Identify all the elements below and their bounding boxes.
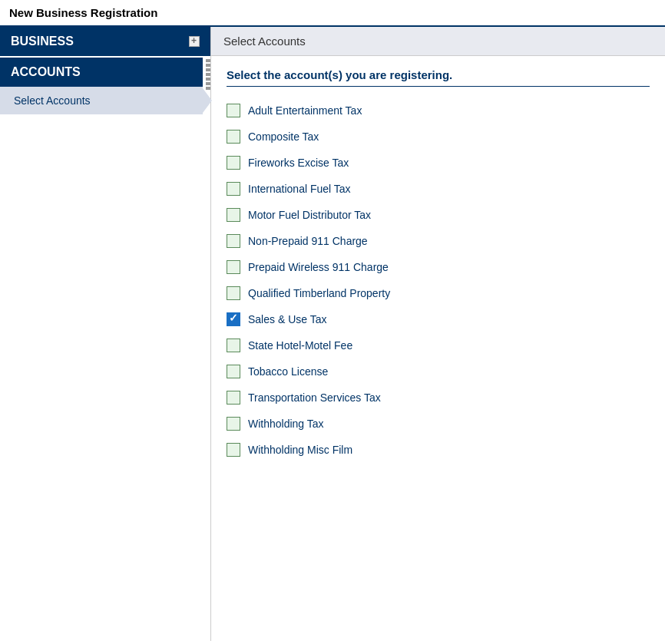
sidebar-accounts-label: ACCOUNTS xyxy=(11,65,81,79)
account-text-sales_use: Sales & Use Tax xyxy=(248,313,326,325)
account-checkbox-transportation[interactable] xyxy=(227,391,240,405)
account-checkbox-withholding[interactable] xyxy=(227,417,240,431)
account-text-adult: Adult Entertainment Tax xyxy=(248,104,362,117)
list-item: Sales & Use Tax xyxy=(227,306,650,332)
section-header: Select Accounts xyxy=(211,27,665,56)
list-item: Withholding Misc Film xyxy=(227,437,650,463)
account-label-composite[interactable]: Composite Tax xyxy=(227,130,319,144)
account-label-international_fuel[interactable]: International Fuel Tax xyxy=(227,182,351,196)
account-checkbox-motor_fuel[interactable] xyxy=(227,208,240,222)
list-item: Non-Prepaid 911 Charge xyxy=(227,228,650,254)
account-text-non_prepaid: Non-Prepaid 911 Charge xyxy=(248,235,368,247)
account-label-prepaid_wireless[interactable]: Prepaid Wireless 911 Charge xyxy=(227,260,389,274)
account-text-qualified_timberland: Qualified Timberland Property xyxy=(248,287,390,299)
account-text-international_fuel: International Fuel Tax xyxy=(248,183,351,195)
sidebar-divider xyxy=(206,59,210,90)
account-checkbox-prepaid_wireless[interactable] xyxy=(227,260,240,274)
account-text-state_hotel: State Hotel-Motel Fee xyxy=(248,339,352,352)
account-text-withholding_misc: Withholding Misc Film xyxy=(248,444,352,456)
list-item: Withholding Tax xyxy=(227,411,650,437)
account-label-fireworks[interactable]: Fireworks Excise Tax xyxy=(227,156,349,170)
account-text-composite: Composite Tax xyxy=(248,130,319,143)
list-item: Prepaid Wireless 911 Charge xyxy=(227,254,650,280)
main-content: Select Accounts Select the account(s) yo… xyxy=(211,27,665,641)
account-text-motor_fuel: Motor Fuel Distributor Tax xyxy=(248,209,371,221)
account-checkbox-fireworks[interactable] xyxy=(227,156,240,170)
sidebar: BUSINESS ACCOUNTS Select Accounts xyxy=(0,27,211,641)
account-label-state_hotel[interactable]: State Hotel-Motel Fee xyxy=(227,339,352,352)
sidebar-item-business[interactable]: BUSINESS xyxy=(0,27,210,56)
sidebar-select-accounts-label: Select Accounts xyxy=(14,94,91,107)
account-label-motor_fuel[interactable]: Motor Fuel Distributor Tax xyxy=(227,208,371,222)
account-checkbox-tobacco[interactable] xyxy=(227,365,240,378)
list-item: Composite Tax xyxy=(227,124,650,150)
expand-icon[interactable] xyxy=(189,36,200,47)
page-title: New Business Registration xyxy=(0,0,665,27)
account-text-prepaid_wireless: Prepaid Wireless 911 Charge xyxy=(248,261,389,273)
account-label-qualified_timberland[interactable]: Qualified Timberland Property xyxy=(227,286,390,300)
account-label-tobacco[interactable]: Tobacco License xyxy=(227,365,328,378)
account-checkbox-withholding_misc[interactable] xyxy=(227,443,240,457)
account-checkbox-adult[interactable] xyxy=(227,104,240,117)
sidebar-sub-item-select-accounts[interactable]: Select Accounts xyxy=(0,87,203,114)
account-text-fireworks: Fireworks Excise Tax xyxy=(248,157,349,169)
account-text-tobacco: Tobacco License xyxy=(248,365,328,378)
account-checkbox-international_fuel[interactable] xyxy=(227,182,240,196)
list-item: Motor Fuel Distributor Tax xyxy=(227,202,650,228)
account-checkbox-qualified_timberland[interactable] xyxy=(227,286,240,300)
account-label-transportation[interactable]: Transportation Services Tax xyxy=(227,391,381,405)
account-label-adult[interactable]: Adult Entertainment Tax xyxy=(227,104,362,117)
account-text-transportation: Transportation Services Tax xyxy=(248,391,381,404)
account-text-withholding: Withholding Tax xyxy=(248,418,324,430)
list-item: Tobacco License xyxy=(227,358,650,385)
account-list: Adult Entertainment TaxComposite TaxFire… xyxy=(227,97,650,463)
account-checkbox-composite[interactable] xyxy=(227,130,240,144)
list-item: Fireworks Excise Tax xyxy=(227,150,650,176)
account-label-non_prepaid[interactable]: Non-Prepaid 911 Charge xyxy=(227,234,368,248)
account-checkbox-non_prepaid[interactable] xyxy=(227,234,240,248)
account-label-sales_use[interactable]: Sales & Use Tax xyxy=(227,312,326,326)
account-checkbox-state_hotel[interactable] xyxy=(227,339,240,352)
list-item: Transportation Services Tax xyxy=(227,385,650,411)
sidebar-business-label: BUSINESS xyxy=(11,35,74,48)
account-label-withholding_misc[interactable]: Withholding Misc Film xyxy=(227,443,352,457)
section-body: Select the account(s) you are registerin… xyxy=(211,56,665,475)
list-item: International Fuel Tax xyxy=(227,176,650,202)
list-item: Qualified Timberland Property xyxy=(227,280,650,306)
list-item: Adult Entertainment Tax xyxy=(227,97,650,124)
account-checkbox-sales_use[interactable] xyxy=(227,312,240,326)
account-label-withholding[interactable]: Withholding Tax xyxy=(227,417,324,431)
section-subtitle: Select the account(s) you are registerin… xyxy=(227,68,650,87)
sidebar-item-accounts[interactable]: ACCOUNTS xyxy=(0,58,203,87)
list-item: State Hotel-Motel Fee xyxy=(227,332,650,358)
